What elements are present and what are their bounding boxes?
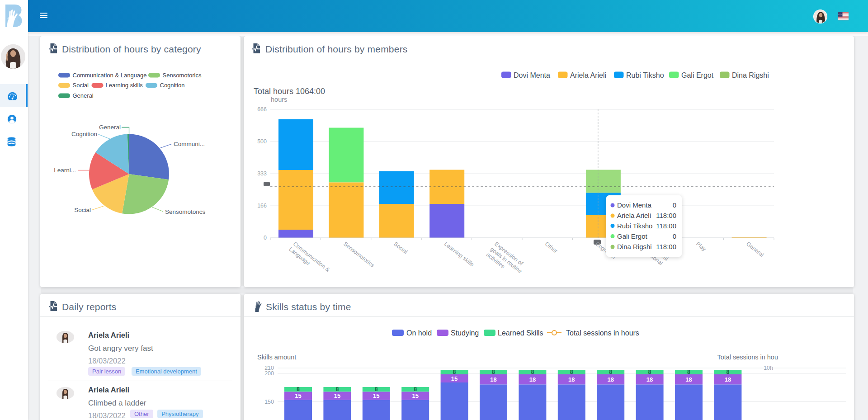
svg-text:General: General	[73, 92, 94, 99]
svg-text:150: 150	[264, 399, 274, 405]
svg-text:15: 15	[373, 392, 379, 399]
svg-text:8: 8	[297, 386, 300, 392]
svg-text:0: 0	[264, 235, 267, 241]
svg-text:8: 8	[531, 369, 534, 375]
svg-text:Cognition: Cognition	[160, 82, 185, 89]
svg-text:Rubi Tiksho: Rubi Tiksho	[626, 71, 664, 79]
svg-text:Skills amount: Skills amount	[257, 354, 296, 361]
svg-text:18: 18	[490, 376, 496, 383]
svg-text:Social: Social	[74, 207, 91, 213]
svg-text:15: 15	[295, 392, 301, 399]
svg-text:0: 0	[673, 232, 676, 240]
svg-text:8: 8	[687, 369, 690, 375]
svg-text:Gali Ergot: Gali Ergot	[681, 71, 714, 79]
svg-text:8: 8	[414, 386, 417, 392]
svg-text:500: 500	[257, 138, 267, 145]
svg-text:Gali Ergot: Gali Ergot	[617, 232, 648, 240]
svg-text:8: 8	[335, 386, 339, 392]
svg-text:Ariela Arieli: Ariela Arieli	[617, 212, 651, 219]
svg-text:666: 666	[257, 106, 267, 113]
svg-text:Learni...: Learni...	[54, 167, 76, 174]
svg-text:8: 8	[375, 386, 378, 392]
svg-text:Rubi Tiksho: Rubi Tiksho	[617, 222, 652, 230]
svg-text:8: 8	[726, 369, 729, 375]
svg-text:Total sessions in hours: Total sessions in hours	[566, 329, 639, 337]
svg-text:Other: Other	[544, 241, 559, 254]
svg-text:Learning skills: Learning skills	[443, 241, 475, 268]
svg-text:Communication &Language: Communication &Language	[288, 241, 331, 278]
svg-text:118:00: 118:00	[656, 243, 676, 250]
svg-text:118:00: 118:00	[656, 212, 676, 219]
svg-text:Social: Social	[73, 82, 89, 89]
svg-text:166: 166	[257, 203, 267, 209]
svg-text:118:00: 118:00	[656, 222, 676, 230]
svg-text:Sensomotorics: Sensomotorics	[165, 208, 206, 215]
svg-text:Cognition: Cognition	[71, 131, 97, 137]
svg-text:8: 8	[609, 369, 612, 375]
svg-text:15: 15	[451, 375, 458, 382]
svg-text:333: 333	[257, 170, 267, 177]
svg-text:8: 8	[648, 369, 651, 375]
svg-text:15: 15	[412, 392, 418, 399]
svg-text:18: 18	[529, 376, 536, 383]
svg-text:18: 18	[607, 376, 613, 383]
svg-text:18: 18	[568, 376, 575, 383]
svg-text:Dovi Menta: Dovi Menta	[617, 201, 652, 209]
svg-text:Play: Play	[695, 241, 708, 252]
svg-text:hours: hours	[271, 96, 287, 103]
svg-text:On hold: On hold	[406, 329, 432, 337]
svg-text:15: 15	[334, 392, 340, 399]
svg-text:8: 8	[453, 369, 456, 375]
svg-text:18: 18	[646, 376, 653, 383]
svg-text:Total hours 1064:00: Total hours 1064:00	[254, 87, 325, 96]
svg-text:Communi...: Communi...	[174, 141, 205, 147]
svg-text:General: General	[99, 124, 121, 131]
svg-text:0: 0	[673, 201, 676, 209]
svg-text:Ariela Arieli: Ariela Arieli	[570, 71, 606, 79]
svg-text:Social: Social	[392, 241, 408, 255]
svg-text:Expression ofgoals in routinea: Expression ofgoals in routineactivities	[485, 241, 528, 280]
svg-text:Sensomotorics: Sensomotorics	[163, 72, 202, 79]
svg-text:General: General	[745, 241, 765, 258]
svg-text:Learning skills: Learning skills	[106, 82, 143, 89]
svg-text:Communication & Language: Communication & Language	[73, 72, 147, 79]
svg-text:Studying: Studying	[451, 329, 479, 337]
svg-text:200: 200	[264, 370, 274, 377]
svg-text:Total sessions in hou: Total sessions in hou	[717, 354, 778, 361]
svg-text:Dina Rigshi: Dina Rigshi	[732, 71, 769, 79]
svg-text:Dovi Menta: Dovi Menta	[514, 71, 550, 79]
svg-text:18: 18	[685, 376, 692, 383]
svg-text:Dina Rigshi: Dina Rigshi	[617, 243, 652, 250]
svg-text:Learned Skills: Learned Skills	[498, 329, 543, 337]
svg-text:Sensomotorics: Sensomotorics	[342, 241, 376, 269]
svg-text:8: 8	[570, 369, 573, 375]
svg-text:18: 18	[725, 376, 731, 383]
svg-text:8: 8	[492, 369, 495, 375]
